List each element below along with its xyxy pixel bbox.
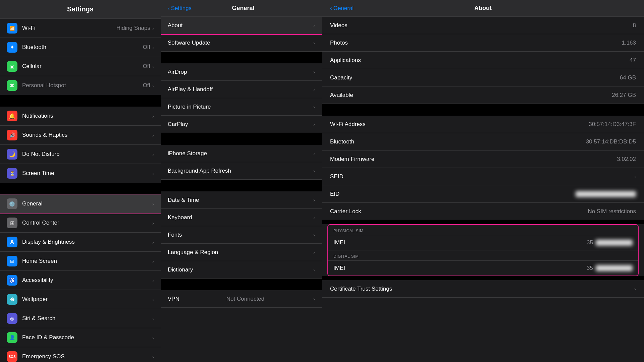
about-row-carrierlock[interactable]: Carrier Lock No SIM restrictions bbox=[322, 203, 644, 220]
physical-imei-row[interactable]: IMEI 35 bbox=[328, 235, 638, 250]
accessibility-chevron: › bbox=[152, 278, 154, 283]
faceid-label: Face ID & Passcode bbox=[22, 334, 152, 341]
about-row-available[interactable]: Available 26.27 GB bbox=[322, 86, 644, 104]
physical-imei-blurred bbox=[596, 240, 633, 246]
screentime-chevron: › bbox=[152, 171, 154, 176]
settings-row-sos[interactable]: SOS Emergency SOS › bbox=[0, 347, 161, 362]
middle-group-4: Date & Time › Keyboard › Fonts › Languag… bbox=[161, 191, 322, 279]
settings-row-homescreen[interactable]: ⊞ Home Screen › bbox=[0, 252, 161, 271]
middle-row-about[interactable]: About › bbox=[161, 17, 322, 34]
carrierlock-value: No SIM restrictions bbox=[588, 208, 636, 215]
middle-row-fonts[interactable]: Fonts › bbox=[161, 226, 322, 244]
digital-imei-label: IMEI bbox=[333, 265, 345, 272]
settings-row-controlcenter[interactable]: ⊞ Control Center › bbox=[0, 214, 161, 233]
about-row-modemfirmware[interactable]: Modem Firmware 3.02.02 bbox=[322, 150, 644, 168]
cellular-value: Off bbox=[143, 63, 150, 70]
settings-row-hotspot[interactable]: ⌘ Personal Hotspot Off › bbox=[0, 76, 161, 95]
certtrust-chevron: › bbox=[634, 286, 636, 292]
settings-row-wifi[interactable]: 📶 Wi-Fi Hiding Snaps › bbox=[0, 19, 161, 38]
physical-imei-prefix: 35 bbox=[587, 239, 593, 246]
middle-row-vpn[interactable]: VPN Not Connected › bbox=[161, 290, 322, 308]
middle-row-airplay[interactable]: AirPlay & Handoff › bbox=[161, 81, 322, 98]
airdrop-chevron: › bbox=[313, 69, 315, 75]
about-row-wifiaddress[interactable]: Wi-Fi Address 30:57:14:D3:47:3F bbox=[322, 116, 644, 133]
carplay-chevron: › bbox=[313, 121, 315, 127]
settings-row-displaybrightness[interactable]: A Display & Brightness › bbox=[0, 233, 161, 252]
capacity-label: Capacity bbox=[330, 74, 352, 81]
bluetooth-chevron: › bbox=[152, 45, 154, 50]
displaybrightness-label: Display & Brightness bbox=[22, 239, 152, 245]
general-label: General bbox=[22, 200, 152, 207]
about-row-photos[interactable]: Photos 1,163 bbox=[322, 34, 644, 52]
about-row-seid[interactable]: SEID › bbox=[322, 168, 644, 185]
wifi-value: Hiding Snaps bbox=[116, 25, 150, 32]
siri-chevron: › bbox=[152, 316, 154, 321]
middle-row-datetime[interactable]: Date & Time › bbox=[161, 191, 322, 209]
hotspot-value: Off bbox=[143, 82, 150, 89]
sounds-chevron: › bbox=[152, 132, 154, 138]
about-row-capacity[interactable]: Capacity 64 GB bbox=[322, 69, 644, 86]
softwareupdate-chevron: › bbox=[313, 40, 315, 46]
settings-row-general[interactable]: ⚙️ General › bbox=[0, 194, 161, 214]
settings-row-sounds[interactable]: 🔊 Sounds & Haptics › bbox=[0, 126, 161, 145]
about-row-certtrust[interactable]: Certificate Trust Settings › bbox=[322, 280, 644, 298]
middle-row-airdrop[interactable]: AirDrop › bbox=[161, 63, 322, 81]
mid-separator-1 bbox=[161, 52, 322, 63]
wifiaddress-label: Wi-Fi Address bbox=[330, 121, 366, 128]
applications-label: Applications bbox=[330, 57, 361, 64]
notifications-group: 🔔 Notifications › 🔊 Sounds & Haptics › 🌙… bbox=[0, 107, 161, 183]
connectivity-group: 📶 Wi-Fi Hiding Snaps › ✦ Bluetooth Off ›… bbox=[0, 19, 161, 95]
notifications-label: Notifications bbox=[22, 113, 152, 119]
settings-row-siri[interactable]: ◎ Siri & Search › bbox=[0, 309, 161, 328]
cellular-label: Cellular bbox=[22, 63, 143, 70]
middle-row-softwareupdate[interactable]: Software Update › bbox=[161, 34, 322, 52]
about-row-applications[interactable]: Applications 47 bbox=[322, 52, 644, 69]
homescreen-label: Home Screen bbox=[22, 258, 152, 264]
cellular-chevron: › bbox=[152, 64, 154, 69]
digital-imei-row[interactable]: IMEI 35 bbox=[328, 260, 638, 276]
right-back-label: General bbox=[333, 5, 354, 12]
left-panel-title: Settings bbox=[67, 5, 94, 13]
wifi-icon: 📶 bbox=[7, 23, 17, 34]
about-row-eid[interactable]: EID bbox=[322, 185, 644, 203]
videos-value: 8 bbox=[633, 22, 636, 29]
middle-row-iphonestorage[interactable]: iPhone Storage › bbox=[161, 145, 322, 162]
right-separator-3 bbox=[322, 276, 644, 280]
middle-row-dictionary[interactable]: Dictionary › bbox=[161, 261, 322, 279]
right-back-button[interactable]: ‹ General bbox=[330, 5, 360, 12]
about-list: Videos 8 Photos 1,163 Applications 47 Ca… bbox=[322, 17, 644, 362]
left-settings-list: 📶 Wi-Fi Hiding Snaps › ✦ Bluetooth Off ›… bbox=[0, 19, 161, 362]
separator-1 bbox=[0, 95, 161, 107]
backgroundapp-label: Background App Refresh bbox=[168, 168, 231, 174]
middle-back-button[interactable]: ‹ Settings bbox=[168, 5, 192, 12]
middle-row-pip[interactable]: Picture in Picture › bbox=[161, 98, 322, 116]
settings-row-faceid[interactable]: 👤 Face ID & Passcode › bbox=[0, 328, 161, 347]
middle-row-keyboard[interactable]: Keyboard › bbox=[161, 209, 322, 226]
dictionary-chevron: › bbox=[313, 267, 315, 273]
settings-row-cellular[interactable]: ◉ Cellular Off › bbox=[0, 57, 161, 76]
hotspot-label: Personal Hotspot bbox=[22, 82, 143, 89]
middle-row-backgroundapp[interactable]: Background App Refresh › bbox=[161, 162, 322, 180]
controlcenter-icon: ⊞ bbox=[7, 218, 17, 228]
vpn-chevron: › bbox=[313, 296, 315, 302]
digital-imei-prefix: 35 bbox=[587, 265, 593, 272]
fonts-chevron: › bbox=[313, 232, 315, 238]
settings-row-wallpaper[interactable]: ❋ Wallpaper › bbox=[0, 290, 161, 309]
settings-row-screentime[interactable]: ⏳ Screen Time › bbox=[0, 164, 161, 183]
right-separator-1 bbox=[322, 104, 644, 116]
settings-row-accessibility[interactable]: ♿ Accessibility › bbox=[0, 271, 161, 290]
seid-label: SEID bbox=[330, 173, 343, 180]
iphonestorage-chevron: › bbox=[313, 150, 315, 156]
pip-label: Picture in Picture bbox=[168, 104, 211, 110]
settings-row-notifications[interactable]: 🔔 Notifications › bbox=[0, 107, 161, 126]
about-row-bluetooth[interactable]: Bluetooth 30:57:14:DB:DB:D5 bbox=[322, 133, 644, 150]
middle-row-carplay[interactable]: CarPlay › bbox=[161, 116, 322, 133]
about-row-videos[interactable]: Videos 8 bbox=[322, 17, 644, 34]
back-arrow-icon: ‹ bbox=[168, 5, 170, 12]
physical-sim-header: PHYSICAL SIM bbox=[328, 225, 638, 235]
homescreen-chevron: › bbox=[152, 258, 154, 264]
right-panel-header: ‹ General About bbox=[322, 0, 644, 17]
settings-row-bluetooth[interactable]: ✦ Bluetooth Off › bbox=[0, 38, 161, 57]
settings-row-donotdisturb[interactable]: 🌙 Do Not Disturb › bbox=[0, 145, 161, 164]
middle-row-languageregion[interactable]: Language & Region › bbox=[161, 244, 322, 261]
